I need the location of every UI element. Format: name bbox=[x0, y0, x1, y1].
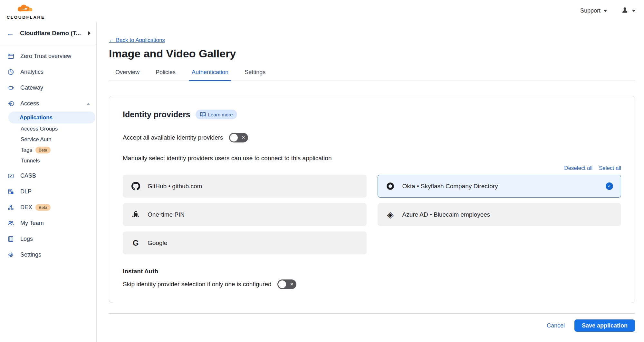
chevron-down-icon bbox=[603, 10, 607, 12]
sidebar-item-my-team[interactable]: My Team bbox=[0, 215, 96, 231]
sidebar-item-label: Zero Trust overview bbox=[20, 53, 90, 60]
select-all-link[interactable]: Select all bbox=[599, 165, 621, 171]
gear-icon bbox=[7, 251, 14, 259]
instant-auth-label: Skip identity provider selection if only… bbox=[123, 281, 272, 288]
back-arrow-icon[interactable]: ← bbox=[6, 29, 14, 37]
support-menu[interactable]: Support bbox=[580, 7, 607, 14]
deselect-all-link[interactable]: Deselect all bbox=[564, 165, 592, 171]
tab-policies[interactable]: Policies bbox=[155, 66, 176, 81]
sidebar-item-label: My Team bbox=[20, 220, 87, 227]
sidebar-item-label: Tags bbox=[21, 147, 32, 153]
tab-bar: Overview Policies Authentication Setting… bbox=[109, 66, 635, 81]
footer-divider bbox=[109, 313, 635, 314]
pie-chart-icon bbox=[7, 68, 14, 76]
provider-card-azure-ad[interactable]: ◈ Azure AD • Bluecalm employees bbox=[378, 203, 621, 226]
accept-all-toggle[interactable]: × bbox=[229, 133, 248, 142]
toggle-off-icon: × bbox=[242, 135, 245, 140]
beta-badge: Beta bbox=[35, 147, 51, 153]
tab-settings[interactable]: Settings bbox=[244, 66, 266, 81]
provider-card-github[interactable]: GitHub • github.com bbox=[123, 175, 367, 198]
tab-authentication[interactable]: Authentication bbox=[191, 66, 229, 81]
sidebar-item-access[interactable]: Access bbox=[0, 96, 96, 112]
sidebar-item-analytics[interactable]: Analytics bbox=[0, 64, 96, 80]
beta-badge: Beta bbox=[35, 204, 51, 211]
toggle-knob bbox=[278, 280, 286, 288]
topbar: CLOUDFLARE Support bbox=[0, 0, 644, 22]
sidebar-item-label: Applications bbox=[20, 114, 53, 121]
tab-overview[interactable]: Overview bbox=[115, 66, 140, 81]
access-sub-menu: Applications Access Groups Service Auth … bbox=[0, 112, 96, 166]
provider-grid: GitHub • github.com Okta • Skyflash Comp… bbox=[123, 175, 621, 254]
browser-window-icon bbox=[7, 53, 14, 60]
provider-card-one-time-pin[interactable]: **** One-time PIN bbox=[123, 203, 367, 226]
toggle-knob bbox=[230, 134, 238, 142]
log-document-icon bbox=[7, 235, 14, 243]
cancel-button[interactable]: Cancel bbox=[547, 322, 565, 329]
cloudflare-wordmark: CLOUDFLARE bbox=[7, 15, 45, 20]
provider-label: Azure AD • Bluecalm employees bbox=[402, 211, 613, 218]
sidebar: ← Cloudflare Demo (T... Zero Trust overv… bbox=[0, 22, 97, 342]
learn-more-label: Learn more bbox=[208, 112, 233, 117]
user-icon bbox=[621, 6, 629, 16]
sidebar-item-label: Access Groups bbox=[21, 126, 58, 132]
sidebar-item-label: Access bbox=[20, 100, 87, 107]
sidebar-item-label: DEX bbox=[20, 204, 32, 211]
manual-select-text: Manually select identity providers users… bbox=[123, 155, 621, 162]
selected-check-icon: ✓ bbox=[606, 182, 613, 190]
card-title: Identity providers bbox=[123, 110, 190, 119]
sidebar-item-label: Gateway bbox=[20, 84, 87, 91]
account-header: ← Cloudflare Demo (T... bbox=[0, 22, 96, 45]
save-application-button[interactable]: Save application bbox=[574, 319, 635, 332]
sidebar-item-label: DLP bbox=[20, 188, 87, 195]
chevron-right-icon[interactable] bbox=[88, 31, 91, 35]
provider-label: Okta • Skyflash Company Directory bbox=[402, 183, 599, 190]
instant-auth-toggle[interactable]: × bbox=[277, 279, 296, 289]
sidebar-item-label: Service Auth bbox=[21, 136, 51, 143]
cloudflare-logo[interactable]: CLOUDFLARE bbox=[5, 2, 47, 20]
user-menu[interactable] bbox=[621, 6, 636, 16]
provider-card-google[interactable]: G Google bbox=[123, 231, 367, 254]
sidebar-nav: Zero Trust overview Analytics Gateway bbox=[0, 45, 96, 263]
accept-all-label: Accept all available identity providers bbox=[123, 134, 223, 141]
sidebar-item-service-auth[interactable]: Service Auth bbox=[0, 134, 96, 145]
sidebar-item-logs[interactable]: Logs bbox=[0, 231, 96, 247]
network-cluster-icon bbox=[7, 204, 14, 211]
identity-providers-card: Identity providers Learn more Accept all… bbox=[109, 96, 635, 303]
support-label: Support bbox=[580, 7, 601, 14]
provider-card-okta[interactable]: Okta • Skyflash Company Directory ✓ bbox=[378, 175, 621, 198]
sidebar-item-label: Logs bbox=[20, 236, 87, 242]
instant-auth-heading: Instant Auth bbox=[123, 268, 621, 275]
sidebar-item-casb[interactable]: CASB bbox=[0, 168, 96, 184]
footer-actions: Cancel Save application bbox=[109, 319, 635, 332]
page-title: Image and Video Gallery bbox=[109, 47, 635, 60]
back-to-applications-link[interactable]: ← Back to Applications bbox=[109, 37, 165, 44]
learn-more-badge[interactable]: Learn more bbox=[196, 110, 237, 119]
account-name[interactable]: Cloudflare Demo (T... bbox=[20, 30, 88, 37]
cloudflare-cloud-icon bbox=[14, 2, 38, 15]
azure-ad-icon: ◈ bbox=[386, 210, 395, 219]
github-icon bbox=[131, 182, 140, 191]
document-lock-icon bbox=[7, 188, 14, 195]
sidebar-item-dex[interactable]: DEX Beta bbox=[0, 200, 96, 215]
provider-label: GitHub • github.com bbox=[148, 183, 359, 190]
sidebar-item-label: CASB bbox=[20, 172, 87, 179]
sidebar-item-applications[interactable]: Applications bbox=[8, 112, 95, 123]
sidebar-item-gateway[interactable]: Gateway bbox=[0, 80, 96, 96]
google-icon: G bbox=[131, 239, 140, 247]
gateway-icon bbox=[7, 84, 14, 92]
chevron-down-icon bbox=[632, 10, 636, 12]
chevron-up-icon bbox=[87, 103, 90, 105]
toggle-off-icon: × bbox=[290, 281, 293, 287]
sidebar-item-dlp[interactable]: DLP bbox=[0, 184, 96, 200]
sidebar-item-settings[interactable]: Settings bbox=[0, 247, 96, 263]
sidebar-item-tunnels[interactable]: Tunnels bbox=[0, 155, 96, 166]
box-check-icon bbox=[7, 172, 14, 180]
sidebar-item-label: Settings bbox=[20, 251, 90, 258]
sidebar-item-tags[interactable]: Tags Beta bbox=[0, 145, 96, 155]
sidebar-item-access-groups[interactable]: Access Groups bbox=[0, 123, 96, 134]
access-arrow-icon bbox=[7, 100, 14, 107]
sidebar-item-zero-trust-overview[interactable]: Zero Trust overview bbox=[0, 48, 96, 64]
provider-label: Google bbox=[148, 239, 359, 247]
book-icon bbox=[200, 112, 206, 117]
provider-label: One-time PIN bbox=[148, 211, 359, 218]
